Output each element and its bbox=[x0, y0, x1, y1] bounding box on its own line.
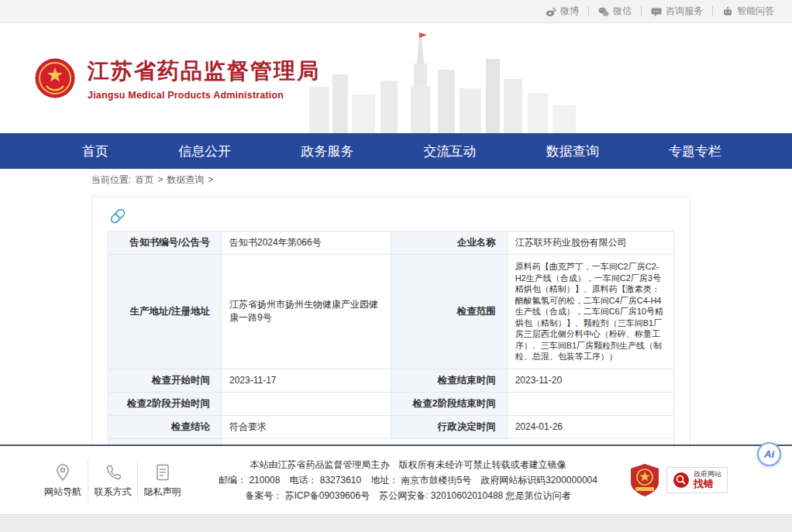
topbar-link-qa[interactable]: 智能问答 bbox=[713, 5, 783, 18]
field-value-start-date: 2023-11-17 bbox=[222, 369, 391, 392]
city-skyline-decoration bbox=[295, 31, 590, 133]
topbar-link-weibo[interactable]: 微博 bbox=[536, 5, 588, 18]
phone-icon bbox=[103, 462, 123, 482]
footer-link-label: 网站导航 bbox=[44, 486, 81, 497]
ai-assistant-button[interactable]: Ai bbox=[757, 442, 781, 466]
nav-item-data-query[interactable]: 数据查询 bbox=[546, 142, 599, 160]
national-emblem-logo bbox=[35, 58, 75, 98]
table-row: 备注 bbox=[108, 438, 674, 444]
topbar-link-label: 微信 bbox=[613, 5, 632, 18]
inspection-detail-table: 告知书编号/公告号 告知书2024年第066号 企业名称 江苏联环药业股份有限公… bbox=[108, 231, 674, 444]
field-label-inspection-scope: 检查范围 bbox=[391, 255, 508, 369]
footer-quick-links: 网站导航 联系方式 隐私声明 bbox=[9, 459, 187, 502]
field-label-phase2-end: 检查2阶段结束时间 bbox=[391, 392, 508, 415]
topbar: 微博 微信 咨询服务 智能问答 bbox=[0, 0, 792, 23]
topbar-link-label: 智能问答 bbox=[737, 5, 774, 18]
nav-item-interaction[interactable]: 交流互动 bbox=[424, 142, 477, 160]
page: 微博 微信 咨询服务 智能问答 bbox=[0, 0, 792, 532]
field-label-address: 生产地址/注册地址 bbox=[108, 255, 222, 369]
footer-link-privacy[interactable]: 隐私声明 bbox=[137, 459, 187, 502]
footer-info-text: 本站由江苏省药品监督管理局主办 版权所有未经许可禁止转载或者建立镜像 邮编： 2… bbox=[187, 457, 629, 503]
field-value-inspection-scope: 原料药【曲克芦丁，一车间C2厂房C2-H2生产线（合成），一车间C2厂房3号精烘… bbox=[507, 255, 673, 369]
site-title-cn: 江苏省药品监督管理局 bbox=[88, 57, 320, 86]
breadcrumb-link-home[interactable]: 首页 bbox=[135, 173, 153, 187]
field-label-company-name: 企业名称 bbox=[391, 232, 508, 255]
site-title-en: Jiangsu Medical Products Administration bbox=[88, 90, 320, 101]
field-value-notice-number: 告知书2024年第066号 bbox=[222, 232, 391, 255]
footer-link-sitemap[interactable]: 网站导航 bbox=[38, 459, 88, 502]
field-label-phase2-start: 检查2阶段开始时间 bbox=[108, 392, 222, 415]
field-value-remarks bbox=[222, 438, 674, 444]
field-value-company-name: 江苏联环药业股份有限公司 bbox=[507, 232, 673, 255]
breadcrumb-separator: > bbox=[157, 174, 163, 185]
field-value-decision-date: 2024-01-26 bbox=[507, 415, 673, 438]
inspection-detail-panel: 告知书编号/公告号 告知书2024年第066号 企业名称 江苏联环药业股份有限公… bbox=[91, 196, 690, 444]
nav-item-gov-services[interactable]: 政务服务 bbox=[301, 142, 353, 160]
field-label-remarks: 备注 bbox=[108, 438, 222, 444]
gov-site-error-report-badge[interactable]: 政府网站 找错 bbox=[666, 467, 728, 493]
robot-icon bbox=[722, 6, 733, 17]
site-title-block: 江苏省药品监督管理局 Jiangsu Medical Products Admi… bbox=[88, 57, 320, 101]
breadcrumb: 当前位置: 首页 > 数据查询 > bbox=[0, 169, 792, 190]
footer-line-icp: 备案号： 苏ICP备09039606号 苏公网安备: 3201060201048… bbox=[187, 488, 629, 503]
footer-line-contact: 邮编： 210008 电话： 83273610 地址： 南京市鼓楼街5号 政府网… bbox=[187, 472, 629, 488]
wechat-icon bbox=[598, 6, 609, 17]
party-gov-site-badge[interactable] bbox=[629, 462, 660, 498]
table-row: 检查结论 符合要求 行政决定时间 2024-01-26 bbox=[108, 415, 674, 438]
main-content: 告知书编号/公告号 告知书2024年第066号 企业名称 江苏联环药业股份有限公… bbox=[0, 190, 792, 444]
pill-icon bbox=[108, 206, 128, 226]
field-label-end-date: 检查结束时间 bbox=[391, 369, 508, 392]
field-value-address: 江苏省扬州市扬州生物健康产业园健康一路9号 bbox=[222, 255, 391, 369]
table-row: 生产地址/注册地址 江苏省扬州市扬州生物健康产业园健康一路9号 检查范围 原料药… bbox=[108, 255, 674, 369]
field-value-end-date: 2023-11-20 bbox=[507, 369, 673, 392]
breadcrumb-link-data-query[interactable]: 数据查询 bbox=[167, 173, 204, 187]
bottom-strip bbox=[0, 514, 792, 532]
footer-link-label: 联系方式 bbox=[95, 486, 132, 497]
footer-line-host: 本站由江苏省药品监督管理局主办 版权所有未经许可禁止转载或者建立镜像 bbox=[187, 457, 629, 472]
field-label-conclusion: 检查结论 bbox=[108, 415, 222, 438]
footer-link-label: 隐私声明 bbox=[144, 486, 181, 497]
nav-item-info-disclosure[interactable]: 信息公开 bbox=[178, 142, 231, 160]
topbar-link-consult[interactable]: 咨询服务 bbox=[642, 5, 712, 18]
topbar-link-wechat[interactable]: 微信 bbox=[589, 5, 641, 18]
field-label-notice-number: 告知书编号/公告号 bbox=[108, 232, 222, 255]
table-row: 检查开始时间 2023-11-17 检查结束时间 2023-11-20 bbox=[108, 369, 674, 392]
footer: 网站导航 联系方式 隐私声明 本站由江苏省药品监督管理局主办 版权所有未经许可禁… bbox=[0, 444, 792, 514]
breadcrumb-separator: > bbox=[208, 174, 213, 185]
chat-bubble-icon bbox=[651, 6, 662, 17]
weibo-icon bbox=[546, 6, 556, 17]
main-nav: 首页 信息公开 政务服务 交流互动 数据查询 专题专栏 bbox=[0, 133, 792, 169]
location-pin-icon bbox=[53, 462, 73, 482]
table-row: 告知书编号/公告号 告知书2024年第066号 企业名称 江苏联环药业股份有限公… bbox=[108, 232, 674, 255]
nav-item-special-topics[interactable]: 专题专栏 bbox=[669, 142, 721, 160]
footer-link-contact[interactable]: 联系方式 bbox=[88, 459, 137, 502]
breadcrumb-label: 当前位置: bbox=[91, 173, 131, 187]
field-label-start-date: 检查开始时间 bbox=[108, 369, 222, 392]
badge-text-bottom: 找错 bbox=[694, 479, 721, 490]
topbar-link-label: 咨询服务 bbox=[666, 5, 703, 18]
field-value-conclusion: 符合要求 bbox=[222, 415, 391, 438]
topbar-link-label: 微博 bbox=[560, 5, 579, 18]
table-row: 检查2阶段开始时间 检查2阶段结束时间 bbox=[108, 392, 674, 415]
field-value-phase2-start bbox=[222, 392, 391, 415]
error-report-logo-icon bbox=[673, 472, 690, 489]
nav-item-home[interactable]: 首页 bbox=[82, 142, 108, 160]
document-icon bbox=[153, 462, 173, 482]
footer-badges: 政府网站 找错 bbox=[629, 462, 783, 498]
field-label-decision-date: 行政决定时间 bbox=[391, 415, 508, 438]
field-value-phase2-end bbox=[507, 392, 673, 415]
site-header: 江苏省药品监督管理局 Jiangsu Medical Products Admi… bbox=[0, 23, 792, 133]
